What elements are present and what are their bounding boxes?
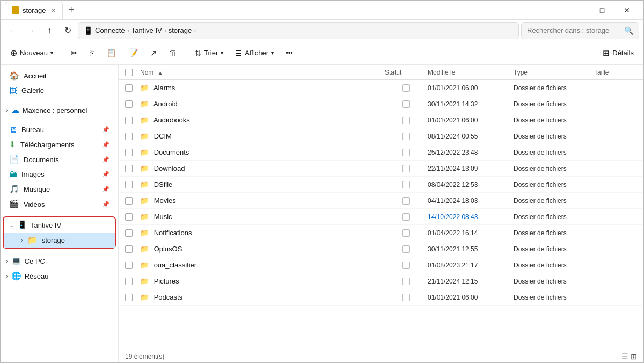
file-name-text: Android xyxy=(153,100,178,108)
status-indicator xyxy=(402,149,410,156)
pin-icon-documents: 📌 xyxy=(102,156,109,163)
table-row[interactable]: 📁 Pictures 21/11/2024 12:15 Dossier de f… xyxy=(119,273,643,289)
table-row[interactable]: 📁 oua_classifier 01/08/2023 21:17 Dossie… xyxy=(119,257,643,273)
paste-icon: 📋 xyxy=(106,48,116,58)
address-bar[interactable]: 📱 Connecté › Tantive IV › storage › xyxy=(78,22,519,39)
row-checkbox[interactable] xyxy=(125,149,133,156)
active-tab[interactable]: storage ✕ xyxy=(5,2,63,19)
sidebar-group-cloud[interactable]: › ☁ Maxence : personnel xyxy=(1,103,118,118)
table-row[interactable]: 📁 Podcasts 01/01/2021 06:00 Dossier de f… xyxy=(119,289,643,306)
table-row[interactable]: 📁 Alarms 01/01/2021 06:00 Dossier de fic… xyxy=(119,80,643,96)
table-row[interactable]: 📁 Documents 25/12/2022 23:48 Dossier de … xyxy=(119,144,643,161)
sidebar-item-storage[interactable]: › 📁 storage xyxy=(4,233,115,248)
sidebar-item-galerie[interactable]: 🖼 Galerie xyxy=(1,83,118,98)
status-column-header[interactable]: Statut xyxy=(385,69,428,76)
refresh-button[interactable]: ↻ xyxy=(60,23,76,39)
folder-icon: 📁 xyxy=(140,229,149,237)
sidebar-item-videos[interactable]: 🎬 Vidéos 📌 xyxy=(1,197,118,212)
row-checkbox-cell xyxy=(125,294,140,301)
table-row[interactable]: 📁 Download 22/11/2024 13:09 Dossier de f… xyxy=(119,161,643,177)
file-type-cell: Dossier de fichiers xyxy=(514,262,594,269)
table-row[interactable]: 📁 Audiobooks 01/01/2021 06:00 Dossier de… xyxy=(119,112,643,128)
file-modified-cell: 01/01/2021 06:00 xyxy=(428,117,514,124)
table-row[interactable]: 📁 Music 14/10/2022 08:43 Dossier de fich… xyxy=(119,209,643,225)
table-row[interactable]: 📁 Android 30/11/2021 14:32 Dossier de fi… xyxy=(119,96,643,112)
select-all-checkbox[interactable] xyxy=(125,69,133,76)
delete-button[interactable]: 🗑 xyxy=(164,45,182,62)
paste-button[interactable]: 📋 xyxy=(101,45,122,62)
search-bar[interactable]: 🔍 xyxy=(521,22,639,39)
row-checkbox[interactable] xyxy=(125,213,133,221)
search-input[interactable] xyxy=(527,26,621,34)
file-status-cell xyxy=(385,149,428,156)
list-view-icon[interactable]: ☰ xyxy=(621,352,628,361)
row-checkbox[interactable] xyxy=(125,245,133,253)
sidebar-group-ce-pc[interactable]: › 💻 Ce PC xyxy=(1,253,118,268)
table-row[interactable]: 📁 DCIM 08/11/2024 00:55 Dossier de fichi… xyxy=(119,128,643,144)
table-row[interactable]: 📁 OplusOS 30/11/2021 12:55 Dossier de fi… xyxy=(119,241,643,257)
folder-icon: 📁 xyxy=(140,277,149,285)
rename-button[interactable]: 📝 xyxy=(123,45,144,62)
cut-icon: ✂ xyxy=(71,48,78,58)
modified-column-header[interactable]: Modifié le xyxy=(428,69,514,76)
sidebar-item-documents[interactable]: 📄 Documents 📌 xyxy=(1,152,118,167)
sort-button[interactable]: ⇅ Trier ▾ xyxy=(189,45,229,62)
row-checkbox[interactable] xyxy=(125,117,133,124)
share-icon: ↗ xyxy=(150,48,157,58)
row-checkbox[interactable] xyxy=(125,165,133,172)
table-row[interactable]: 📁 Notifications 01/04/2022 16:14 Dossier… xyxy=(119,225,643,241)
view-button[interactable]: ☰ Afficher ▾ xyxy=(230,45,279,62)
table-row[interactable]: 📁 Movies 04/11/2024 18:03 Dossier de fic… xyxy=(119,193,643,209)
forward-button[interactable]: → xyxy=(23,23,39,39)
row-checkbox[interactable] xyxy=(125,262,133,269)
nouveau-button[interactable]: ⊕ Nouveau ▾ xyxy=(5,45,58,62)
maximize-button[interactable]: □ xyxy=(590,1,614,20)
copy-button[interactable]: ⎘ xyxy=(84,45,100,62)
row-checkbox[interactable] xyxy=(125,294,133,301)
window: storage ✕ + — □ ✕ ← → ↑ ↻ 📱 Connecté › T… xyxy=(0,0,644,363)
grid-view-icon[interactable]: ⊞ xyxy=(631,352,637,361)
file-name-cell: 📁 Alarms xyxy=(140,84,385,92)
file-modified-cell: 14/10/2022 08:43 xyxy=(428,213,514,221)
share-button[interactable]: ↗ xyxy=(145,45,163,62)
row-checkbox[interactable] xyxy=(125,100,133,108)
file-list: 📁 Alarms 01/01/2021 06:00 Dossier de fic… xyxy=(119,80,643,350)
size-column-header[interactable]: Taille xyxy=(594,69,637,76)
sidebar-group-reseau[interactable]: › 🌐 Réseau xyxy=(1,268,118,284)
file-type-cell: Dossier de fichiers xyxy=(514,278,594,285)
pin-icon-videos: 📌 xyxy=(102,201,109,208)
close-button[interactable]: ✕ xyxy=(614,1,639,20)
sidebar-item-bureau[interactable]: 🖥 Bureau 📌 xyxy=(1,122,118,137)
status-bar: 19 élément(s) ☰ ⊞ xyxy=(119,350,643,362)
more-button[interactable]: ••• xyxy=(280,45,298,62)
sidebar-item-accueil[interactable]: 🏠 Accueil xyxy=(1,68,118,83)
file-status-cell xyxy=(385,84,428,92)
storage-chevron-icon: › xyxy=(21,237,23,243)
back-button[interactable]: ← xyxy=(5,23,21,39)
breadcrumb-sep-1: › xyxy=(127,27,129,34)
row-checkbox[interactable] xyxy=(125,181,133,188)
row-checkbox[interactable] xyxy=(125,278,133,285)
sidebar-group-tantive[interactable]: ⌄ 📱 Tantive IV xyxy=(4,217,115,233)
table-row[interactable]: 📁 DSfile 08/04/2022 12:53 Dossier de fic… xyxy=(119,177,643,193)
up-button[interactable]: ↑ xyxy=(41,23,57,39)
sidebar-item-images[interactable]: 🏔 Images 📌 xyxy=(1,167,118,182)
tab-close-button[interactable]: ✕ xyxy=(51,7,56,14)
row-checkbox-cell xyxy=(125,213,140,221)
details-button[interactable]: ⊞ Détails xyxy=(597,45,639,62)
file-status-cell xyxy=(385,181,428,188)
row-checkbox[interactable] xyxy=(125,84,133,92)
row-checkbox-cell xyxy=(125,197,140,205)
cut-button[interactable]: ✂ xyxy=(65,45,83,62)
type-column-header[interactable]: Type xyxy=(514,69,594,76)
row-checkbox[interactable] xyxy=(125,133,133,140)
sidebar-item-musique[interactable]: 🎵 Musique 📌 xyxy=(1,182,118,197)
name-column-header[interactable]: Nom ▲ xyxy=(140,69,385,76)
row-checkbox[interactable] xyxy=(125,229,133,237)
minimize-button[interactable]: — xyxy=(565,1,590,20)
row-checkbox[interactable] xyxy=(125,197,133,205)
name-column-label: Nom xyxy=(140,69,153,76)
file-modified-cell: 01/04/2022 16:14 xyxy=(428,229,514,237)
sidebar-item-telechargements[interactable]: ⬇ Téléchargements 📌 xyxy=(1,137,118,152)
new-tab-button[interactable]: + xyxy=(65,3,77,17)
